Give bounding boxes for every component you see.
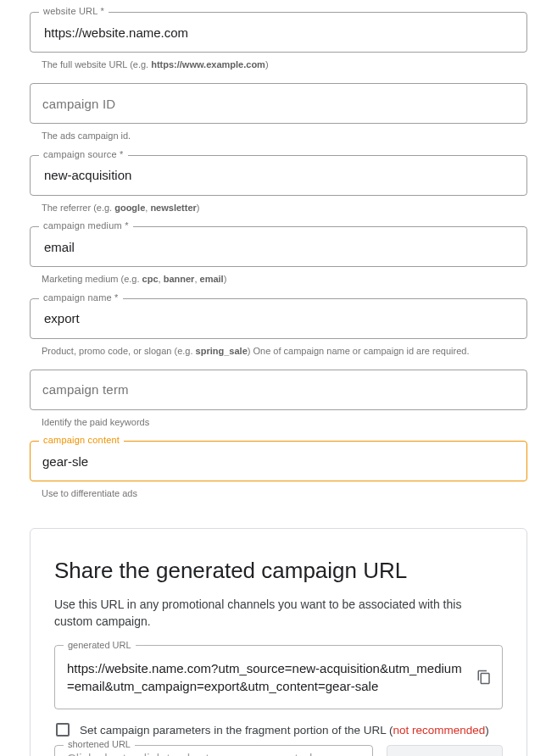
campaign-content-field: campaign content gear-sle Use to differe… [30,441,527,500]
campaign-source-field: campaign source * The referrer (e.g. goo… [30,155,527,214]
campaign-content-input[interactable]: gear-sle [42,454,515,469]
shortened-url-label: shortened URL [64,739,135,749]
share-heading: Share the generated campaign URL [54,558,503,584]
campaign-id-field: campaign ID The ads campaign id. [30,83,527,142]
share-card: Share the generated campaign URL Use thi… [30,528,527,756]
campaign-name-input-wrap[interactable]: campaign name * [30,298,527,339]
website-url-helper: The full website URL (e.g. https://www.e… [42,58,527,71]
campaign-source-input-wrap[interactable]: campaign source * [30,155,527,196]
campaign-term-input-wrap[interactable]: campaign term [30,370,527,410]
campaign-medium-label: campaign medium * [39,220,133,231]
campaign-medium-input-wrap[interactable]: campaign medium * [30,226,527,267]
campaign-id-placeholder: campaign ID [42,97,115,111]
campaign-name-label: campaign name * [39,292,123,303]
generated-url-field[interactable]: generated URL https://website.name.com?u… [54,645,503,709]
campaign-content-label: campaign content [39,435,124,445]
campaign-name-helper: Product, promo code, or slogan (e.g. spr… [42,345,527,358]
campaign-source-input[interactable] [42,167,515,183]
generated-url-label: generated URL [64,639,136,652]
fragment-checkbox-row[interactable]: Set campaign parameters in the fragment … [56,723,503,737]
campaign-source-label: campaign source * [39,149,128,159]
generated-url-value: https://website.name.com?utm_source=new-… [67,661,462,693]
fragment-checkbox-label: Set campaign parameters in the fragment … [80,724,489,737]
campaign-id-helper: The ads campaign id. [42,130,527,142]
website-url-input[interactable] [42,25,515,41]
campaign-content-helper: Use to differentiate ads [42,487,527,500]
copy-icon[interactable] [476,669,492,686]
campaign-medium-input[interactable] [42,239,515,255]
fragment-checkbox[interactable] [56,723,70,737]
campaign-medium-helper: Marketing medium (e.g. cpc, banner, emai… [42,273,527,286]
campaign-id-input-wrap[interactable]: campaign ID [30,83,527,124]
campaign-medium-field: campaign medium * Marketing medium (e.g.… [30,226,527,286]
campaign-name-input[interactable] [42,310,515,326]
shortened-url-placeholder: Click shorten link to shorten your gener… [67,751,337,756]
website-url-label: website URL * [39,6,109,16]
campaign-term-helper: Identify the paid keywords [42,416,527,429]
campaign-name-field: campaign name * Product, promo code, or … [30,298,527,358]
share-desc: Use this URL in any promotional channels… [54,596,503,631]
campaign-source-helper: The referrer (e.g. google, newsletter) [42,202,527,214]
campaign-term-field: campaign term Identify the paid keywords [30,370,527,429]
campaign-term-placeholder: campaign term [42,382,129,397]
website-url-input-wrap[interactable]: website URL * [30,12,527,53]
shorten-link-button[interactable]: SHORTEN LINK [387,745,503,756]
campaign-content-input-wrap[interactable]: campaign content gear-sle [30,441,527,481]
shortened-url-field[interactable]: shortened URL Click shorten link to shor… [54,745,373,756]
website-url-field: website URL * The full website URL (e.g.… [30,12,527,71]
